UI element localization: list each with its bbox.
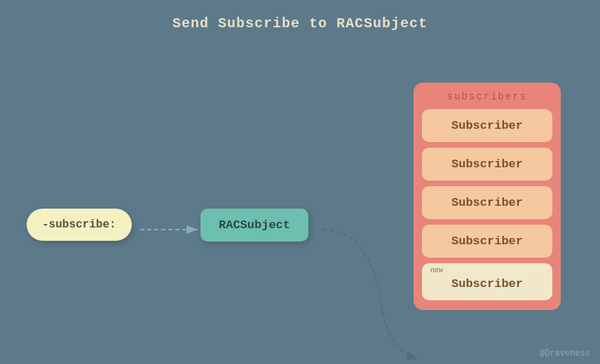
subscribers-group-label: subscribers xyxy=(422,91,552,102)
subscribe-label: -subscribe: xyxy=(42,218,116,231)
subscriber-item-1: Subscriber xyxy=(422,109,552,142)
subscriber-item-2: Subscriber xyxy=(422,148,552,181)
diagram: -subscribe: RACSubject subscribers Subsc… xyxy=(0,42,600,364)
subscriber-item-5-new: new Subscriber xyxy=(422,263,552,300)
watermark: @Draveness xyxy=(540,349,590,358)
subscribe-box: -subscribe: xyxy=(27,209,132,241)
racsubject-box: RACSubject xyxy=(200,209,308,241)
subscribers-container: subscribers Subscriber Subscriber Subscr… xyxy=(414,83,561,310)
subscriber-item-3: Subscriber xyxy=(422,186,552,219)
racsubject-label: RACSubject xyxy=(219,218,290,232)
page-title: Send Subscribe to RACSubject xyxy=(0,0,600,31)
new-label: new xyxy=(430,267,443,274)
subscriber-item-4: Subscriber xyxy=(422,225,552,258)
